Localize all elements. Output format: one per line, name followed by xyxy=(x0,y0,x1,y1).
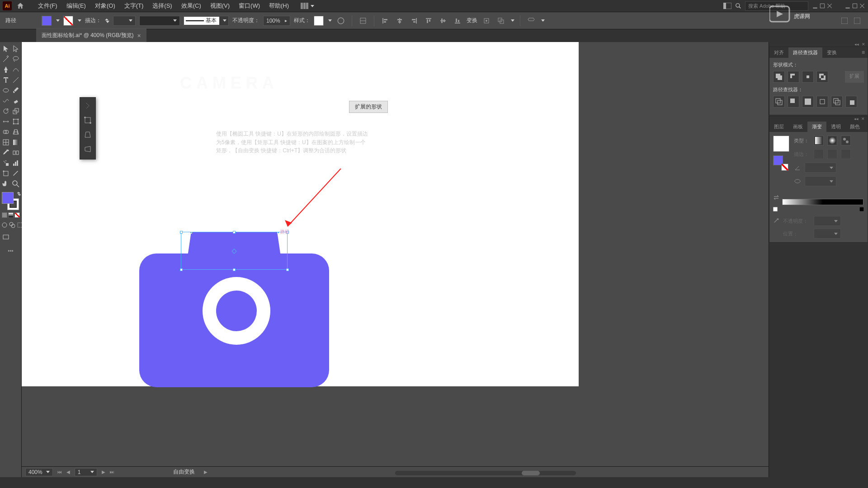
anchor-point[interactable] xyxy=(190,231,192,234)
doc-window-controls[interactable] xyxy=(812,3,833,9)
zoom-tool[interactable] xyxy=(11,179,20,189)
artboard-next-icon[interactable]: ▶ xyxy=(102,469,105,474)
menu-object[interactable]: 对象(O) xyxy=(90,0,120,12)
search-input[interactable]: 搜索 Adobe 帮助 xyxy=(745,1,808,11)
fill-indicator[interactable] xyxy=(2,192,14,204)
rectangle-tool[interactable] xyxy=(1,85,10,95)
blend-tool[interactable] xyxy=(11,148,20,158)
free-transform-tool[interactable] xyxy=(11,117,20,127)
lasso-tool[interactable] xyxy=(11,54,20,64)
align-left-icon[interactable] xyxy=(380,15,391,26)
ft-constrain-icon[interactable] xyxy=(81,99,94,112)
tab-layers[interactable]: 图层 xyxy=(769,122,788,132)
swap-fill-stroke-icon[interactable] xyxy=(16,191,22,197)
edit-toolbar-icon[interactable]: ••• xyxy=(1,248,20,254)
stroke-weight-input[interactable] xyxy=(113,16,136,26)
status-play-icon[interactable]: ▶ xyxy=(204,469,208,474)
gradient-slider[interactable] xyxy=(782,199,863,205)
scale-tool[interactable] xyxy=(11,106,20,116)
preferences-icon[interactable] xyxy=(526,15,537,26)
paintbrush-tool[interactable] xyxy=(11,85,20,95)
layout-icon[interactable] xyxy=(723,3,731,9)
pf-unite[interactable] xyxy=(773,71,785,83)
gradient-stop-start[interactable] xyxy=(773,207,778,211)
opacity-input[interactable]: 100%▸ xyxy=(263,16,290,26)
selection-handle-bc[interactable] xyxy=(233,268,236,271)
perspective-tool[interactable] xyxy=(11,127,20,137)
gradient-stroke-swatch[interactable] xyxy=(781,164,788,171)
stroke-dropdown[interactable] xyxy=(78,19,81,22)
ft-perspective-icon[interactable] xyxy=(81,128,94,141)
brush-definition[interactable]: 基本 xyxy=(184,16,229,26)
menu-window[interactable]: 窗口(W) xyxy=(234,0,264,12)
panel-toggle-1[interactable] xyxy=(839,15,850,26)
artboard-number-combo[interactable]: 1 xyxy=(75,468,97,476)
align-vcenter-icon[interactable] xyxy=(438,15,448,26)
panel-collapse-strip[interactable]: ◂◂✕ xyxy=(769,42,868,47)
horizontal-scrollbar[interactable] xyxy=(395,471,576,475)
curvature-tool[interactable] xyxy=(11,65,20,75)
menu-view[interactable]: 视图(V) xyxy=(206,0,234,12)
panel-collapse-strip[interactable]: ◂◂✕ xyxy=(769,117,868,121)
tab-transform[interactable]: 变换 xyxy=(822,47,841,58)
align-hcenter-icon[interactable] xyxy=(394,15,405,26)
fill-stroke-indicator[interactable] xyxy=(2,192,20,210)
menu-effect[interactable]: 效果(C) xyxy=(177,0,206,12)
menu-type[interactable]: 文字(T) xyxy=(120,0,148,12)
selection-handle-bl[interactable] xyxy=(180,268,183,271)
gradient-preview-swatch[interactable] xyxy=(773,136,789,152)
anchor-point[interactable] xyxy=(277,231,279,234)
panel-toggle-2[interactable] xyxy=(852,15,863,26)
draw-mode-behind[interactable] xyxy=(9,220,16,230)
gradient-radial-icon[interactable] xyxy=(827,136,837,145)
symbol-sprayer-tool[interactable] xyxy=(1,158,10,168)
align-panel-icon[interactable] xyxy=(358,15,368,26)
shape-builder-icon[interactable] xyxy=(495,15,506,26)
magic-wand-tool[interactable] xyxy=(1,54,10,64)
align-right-icon[interactable] xyxy=(409,15,420,26)
tab-color[interactable]: 颜色 xyxy=(845,122,864,132)
menu-file[interactable]: 文件(F) xyxy=(33,0,62,12)
artboard-prev-icon[interactable]: ◀ xyxy=(66,469,70,474)
expanded-shape-chip[interactable]: 扩展的形状 xyxy=(349,101,388,113)
tab-pathfinder[interactable]: 路径查找器 xyxy=(788,47,822,58)
pf-minus-front[interactable] xyxy=(788,71,799,83)
ft-free-transform-icon[interactable] xyxy=(81,114,94,127)
pf-trim[interactable] xyxy=(788,96,799,108)
artboard-first-icon[interactable]: ⏮ xyxy=(57,469,62,474)
panel-menu-icon[interactable]: ≡ xyxy=(859,49,868,56)
pf-divide[interactable] xyxy=(773,96,785,108)
ft-free-distort-icon[interactable] xyxy=(81,143,94,155)
gradient-aspect-input[interactable] xyxy=(805,176,836,186)
menu-help[interactable]: 帮助(H) xyxy=(264,0,293,12)
pf-crop[interactable] xyxy=(816,96,828,108)
tab-align[interactable]: 对齐 xyxy=(769,47,788,58)
gradient-linear-icon[interactable] xyxy=(814,136,824,145)
arrange-docs[interactable] xyxy=(301,3,314,9)
selection-tool[interactable] xyxy=(1,44,10,54)
tab-gradient[interactable]: 渐变 xyxy=(807,122,826,132)
selection-handle-tc[interactable] xyxy=(233,231,236,234)
mesh-tool[interactable] xyxy=(1,137,10,147)
tab-close-icon[interactable]: × xyxy=(137,32,141,39)
pf-intersect[interactable] xyxy=(802,71,814,83)
app-window-controls[interactable] xyxy=(844,3,865,9)
tab-artboards[interactable]: 画板 xyxy=(788,122,807,132)
shaper-tool[interactable] xyxy=(1,96,10,106)
home-icon[interactable] xyxy=(16,2,24,10)
gradient-freeform-icon[interactable] xyxy=(841,136,851,145)
artboard-tool[interactable] xyxy=(1,169,10,178)
screen-mode[interactable] xyxy=(1,232,11,242)
hand-tool[interactable] xyxy=(1,179,10,189)
selection-handle-br[interactable] xyxy=(286,268,289,271)
graphic-style-swatch[interactable] xyxy=(314,16,324,26)
zoom-level-combo[interactable]: 400% xyxy=(25,468,53,476)
gradient-reverse-icon[interactable] xyxy=(773,194,779,201)
pf-outline[interactable] xyxy=(831,96,843,108)
free-transform-widget[interactable] xyxy=(80,97,96,160)
eraser-tool[interactable] xyxy=(11,96,20,106)
eyedropper-tool[interactable] xyxy=(1,148,10,158)
direct-selection-tool[interactable] xyxy=(11,44,20,54)
fill-dropdown[interactable] xyxy=(56,19,60,22)
var-width-profile[interactable] xyxy=(139,16,180,26)
